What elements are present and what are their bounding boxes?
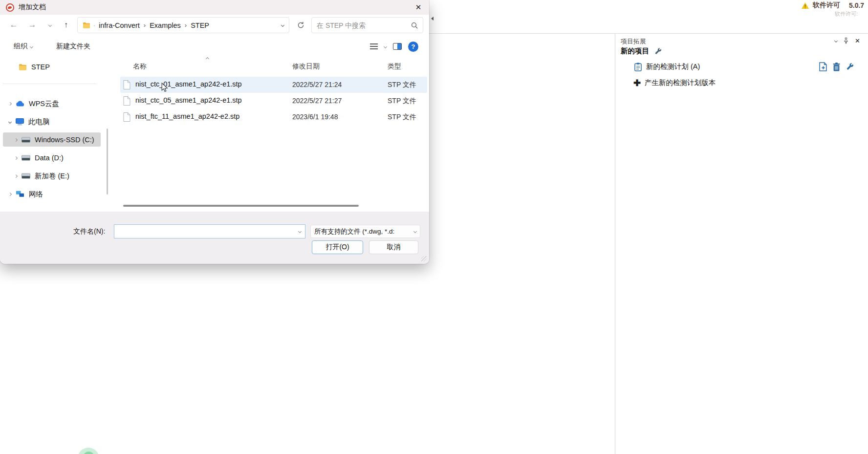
app-version: 5.0.7 (849, 1, 864, 9)
panel-title: 项目拓展 (621, 37, 646, 46)
dialog-title: 增加文档 (19, 3, 46, 12)
create-new-plan-version-item[interactable]: ✚ 产生新的检测计划版本 (633, 78, 716, 87)
expand-chevron-icon[interactable] (8, 192, 12, 195)
sidebar-item-data-d[interactable]: Data (D:) (15, 151, 64, 165)
panel-close-icon[interactable]: ✕ (855, 37, 860, 44)
new-document-icon[interactable] (819, 62, 827, 71)
file-icon (123, 112, 130, 122)
horizontal-scrollbar[interactable] (123, 205, 359, 207)
computer-icon (16, 118, 24, 126)
license-subtext: 软件许可: (835, 10, 858, 18)
refresh-button[interactable] (292, 17, 309, 33)
plan-settings-wrench-icon[interactable] (846, 63, 854, 71)
column-header-type[interactable]: 类型 (388, 62, 401, 71)
breadcrumb-item-step[interactable]: STEP (191, 22, 209, 29)
organize-button[interactable]: 组织 (14, 42, 33, 51)
sidebar-item-label: STEP (31, 63, 50, 71)
sidebar-item-label: 此电脑 (28, 117, 50, 127)
expand-chevron-icon[interactable] (14, 138, 18, 141)
dialog-navbar: ← → ↑ · infra-Convert › Examples › STEP (0, 16, 429, 34)
cancel-button[interactable]: 取消 (369, 240, 418, 254)
search-box (311, 17, 423, 33)
file-row[interactable]: nist_ftc_11_asme1_ap242-e2.stp 2023/6/1 … (120, 109, 427, 125)
splitter-collapse-icon[interactable] (431, 17, 434, 21)
expand-chevron-icon[interactable] (14, 156, 18, 159)
recent-locations-chevron-icon[interactable] (45, 16, 55, 34)
warning-icon (802, 2, 809, 9)
sidebar-item-new-volume-e[interactable]: 新加卷 (E:) (15, 169, 69, 183)
breadcrumb[interactable]: · infra-Convert › Examples › STEP (77, 17, 289, 33)
collapse-chevron-icon[interactable] (8, 120, 12, 123)
drive-icon (22, 173, 30, 179)
sidebar-separator (3, 84, 97, 84)
file-type: STP 文件 (388, 97, 416, 106)
screen: 软件许可 5.0.7 软件许可: 项目拓展 ✕ 新的项目 新的检测计划 (A) … (0, 0, 868, 454)
file-type-chevron-icon (413, 230, 417, 233)
search-icon (411, 22, 418, 29)
license-status: 软件许可 5.0.7 (802, 1, 864, 10)
delete-trash-icon[interactable] (833, 63, 840, 71)
forward-button[interactable]: → (25, 16, 39, 34)
license-label: 软件许可 (813, 1, 840, 10)
sidebar-scrollbar[interactable] (107, 129, 108, 195)
sidebar-item-this-pc[interactable]: 此电脑 (9, 115, 50, 129)
file-date: 2023/6/1 19:48 (292, 113, 338, 121)
back-button[interactable]: ← (7, 16, 21, 34)
up-button[interactable]: ↑ (59, 16, 73, 34)
view-mode-chevron-icon[interactable] (384, 44, 387, 48)
filename-label: 文件名(N): (73, 227, 105, 236)
new-folder-button[interactable]: 新建文件夹 (56, 42, 90, 51)
project-name: 新的项目 (621, 46, 649, 56)
breadcrumb-item-examples[interactable]: Examples (150, 22, 181, 29)
clipboard-icon (634, 63, 642, 71)
breadcrumb-item-root[interactable]: infra-Convert (99, 22, 140, 29)
sidebar-item-label: 网络 (29, 190, 43, 199)
sidebar-item-step[interactable]: STEP (19, 60, 50, 74)
breadcrumb-chevron: › (144, 22, 146, 29)
resize-grip[interactable] (421, 256, 427, 261)
file-type-select[interactable]: 所有支持的文件 (*.dwg, *.d: (310, 225, 420, 238)
open-button[interactable]: 打开(O) (312, 240, 363, 254)
breadcrumb-separator-dot: · (93, 22, 95, 29)
file-type: STP 文件 (388, 113, 416, 122)
sidebar-item-windows-ssd-c[interactable]: Windows-SSD (C:) (15, 133, 94, 147)
view-mode-list-icon[interactable] (370, 43, 378, 49)
help-icon[interactable]: ? (408, 42, 418, 52)
file-row[interactable]: nist_ctc_05_asme1_ap242-e1.stp 2022/5/27… (120, 93, 427, 109)
dialog-close-button[interactable]: ✕ (408, 0, 429, 15)
dialog-toolbar: 组织 新建文件夹 ? (0, 36, 429, 57)
pin-icon[interactable] (844, 38, 848, 44)
address-dropdown-chevron-icon[interactable] (281, 23, 284, 27)
filename-dropdown-chevron-icon[interactable] (298, 230, 302, 233)
panel-splitter[interactable] (615, 33, 615, 454)
new-version-label: 产生新的检测计划版本 (645, 78, 716, 87)
sidebar-item-label: WPS云盘 (29, 99, 59, 108)
organize-label: 组织 (14, 42, 27, 51)
expand-chevron-icon[interactable] (8, 102, 12, 105)
column-header-name[interactable]: 名称 (133, 62, 147, 71)
sidebar-item-label: Data (D:) (35, 154, 64, 162)
search-input[interactable] (317, 22, 411, 29)
sidebar-item-label: 新加卷 (E:) (35, 172, 69, 181)
mouse-cursor (161, 83, 169, 93)
sidebar-item-network[interactable]: 网络 (9, 187, 43, 201)
preview-pane-icon[interactable] (393, 43, 402, 50)
drive-icon (22, 155, 30, 161)
sidebar-item-wps-cloud[interactable]: WPS云盘 (9, 97, 59, 110)
column-header-date[interactable]: 修改日期 (292, 62, 320, 71)
inspection-plan-label: 新的检测计划 (A) (646, 62, 700, 71)
filename-combobox (114, 224, 305, 238)
file-date: 2022/5/27 21:24 (292, 81, 342, 88)
app-toolbar-divider (429, 33, 868, 34)
file-date: 2022/5/27 21:27 (292, 97, 342, 105)
expand-chevron-icon[interactable] (14, 174, 18, 177)
folder-icon (83, 22, 90, 28)
filename-input[interactable] (118, 228, 299, 236)
dialog-titlebar: 增加文档 ✕ (0, 0, 429, 15)
project-settings-wrench-icon[interactable] (654, 47, 662, 55)
inspection-plan-item[interactable]: 新的检测计划 (A) (634, 62, 700, 71)
infra-convert-logo-icon (6, 3, 14, 12)
panel-menu-chevron-icon[interactable] (834, 39, 838, 43)
drive-icon (22, 137, 30, 143)
sort-ascending-icon (206, 57, 209, 61)
